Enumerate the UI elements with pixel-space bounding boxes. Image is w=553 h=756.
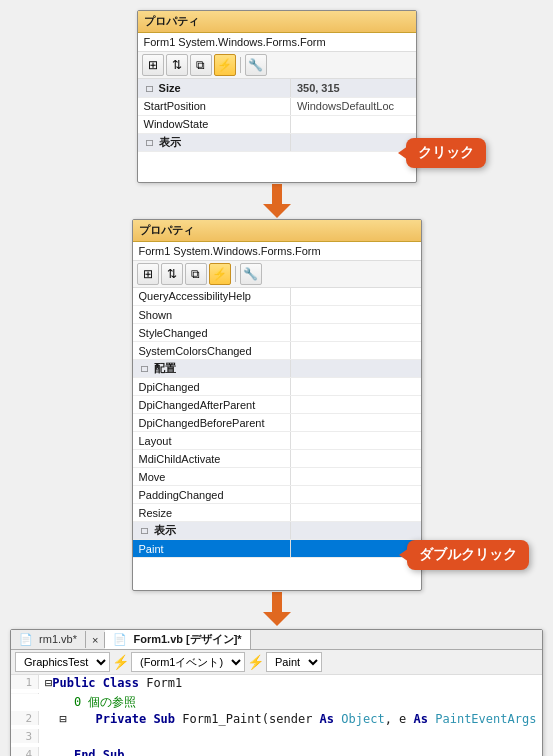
tab-rm1vb[interactable]: 📄 rm1.vb* — [11, 631, 86, 648]
class-dropdown[interactable]: GraphicsTest — [15, 652, 110, 672]
grid-btn-1[interactable]: ⊞ — [142, 54, 164, 76]
prop-resize-label: Resize — [133, 504, 291, 522]
callout-2: ダブルクリック — [407, 540, 529, 570]
lightning-btn-2[interactable]: ⚡ — [209, 263, 231, 285]
copy-icon: ⧉ — [196, 58, 205, 72]
toolbar-sep-2 — [235, 266, 236, 282]
line-num-3: 3 — [11, 729, 39, 743]
code-line-ref: 0 個の参照 — [11, 693, 542, 711]
prop-row-stylechanged: StyleChanged — [133, 324, 421, 342]
wrench-btn-1[interactable]: 🔧 — [245, 54, 267, 76]
prop-stylechanged-value — [291, 324, 421, 342]
panel-title-1: プロパティ — [138, 11, 416, 33]
panel-title-2: プロパティ — [133, 220, 421, 242]
prop-section-layout-label: □ 配置 — [133, 360, 291, 378]
prop-row-systemcolors: SystemColorsChanged — [133, 342, 421, 360]
line-num-ref — [11, 693, 39, 694]
code-line-1: 1 ⊟Public Class Form1 — [11, 675, 542, 693]
prop-paddingchanged-label: PaddingChanged — [133, 486, 291, 504]
lightning-btn-1[interactable]: ⚡ — [214, 54, 236, 76]
grid-icon: ⊞ — [148, 58, 158, 72]
wrench-icon-2: 🔧 — [243, 267, 258, 281]
svg-rect-2 — [272, 592, 282, 612]
properties-panel-2: プロパティ Form1 System.Windows.Forms.Form ⊞ … — [132, 219, 422, 592]
prop-queryaccessibility-value — [291, 288, 421, 306]
prop-section-size: □ Size 350, 315 — [138, 79, 416, 97]
code-panel: 📄 rm1.vb* × 📄 Form1.vb [デザイン]* GraphicsT… — [10, 629, 543, 756]
prop-mdichildactivate-label: MdiChildActivate — [133, 450, 291, 468]
copy-btn-2[interactable]: ⧉ — [185, 263, 207, 285]
panel-toolbar-2: ⊞ ⇅ ⧉ ⚡ 🔧 — [133, 261, 421, 288]
prop-section-display-2: □ 表示 — [133, 522, 421, 540]
prop-row-dpichanged: DpiChanged — [133, 378, 421, 396]
line-num-4: 4 — [11, 747, 39, 756]
form-name-2: Form1 System.Windows.Forms.Form — [133, 242, 421, 261]
prop-dpichangedbefore-value — [291, 414, 421, 432]
arrow-1 — [263, 183, 291, 219]
prop-startposition-value: WindowsDefaultLoc — [290, 97, 415, 115]
prop-row-dpichangedbefore: DpiChangedBeforeParent — [133, 414, 421, 432]
arrow-2 — [263, 591, 291, 627]
prop-row-startposition: StartPosition WindowsDefaultLoc — [138, 97, 416, 115]
code-line-3: 3 — [11, 729, 542, 747]
properties-panel-1: プロパティ Form1 System.Windows.Forms.Form ⊞ … — [137, 10, 417, 183]
wrench-btn-2[interactable]: 🔧 — [240, 263, 262, 285]
prop-dpichanged-label: DpiChanged — [133, 378, 291, 396]
svg-marker-1 — [263, 204, 291, 218]
prop-row-paint[interactable]: Paint — [133, 540, 421, 558]
event-dropdown[interactable]: (Form1イベント) — [131, 652, 245, 672]
prop-table-1: □ Size 350, 315 StartPosition WindowsDef… — [138, 79, 416, 152]
lightning-icon-3: ⚡ — [112, 654, 129, 670]
prop-layout-value — [291, 432, 421, 450]
copy-btn-1[interactable]: ⧉ — [190, 54, 212, 76]
prop-dpichanged-value — [291, 378, 421, 396]
prop-row-queryaccessibility: QueryAccessibilityHelp — [133, 288, 421, 306]
callout-1: クリック — [406, 138, 486, 168]
line-content-3 — [39, 729, 45, 730]
prop-stylechanged-label: StyleChanged — [133, 324, 291, 342]
prop-section-size-value: 350, 315 — [290, 79, 415, 97]
toolbar-sep-1 — [240, 57, 241, 73]
sort-btn-1[interactable]: ⇅ — [166, 54, 188, 76]
prop-mdichildactivate-value — [291, 450, 421, 468]
tab-rm1vb-icon: 📄 — [19, 633, 33, 646]
prop-section-layout-value — [291, 360, 421, 378]
prop-move-label: Move — [133, 468, 291, 486]
prop-row-windowstate: WindowState — [138, 115, 416, 133]
prop-shown-value — [291, 306, 421, 324]
lightning-icon-4: ⚡ — [247, 654, 264, 670]
code-toolbar: GraphicsTest ⚡ (Form1イベント) ⚡ Paint — [11, 650, 542, 675]
prop-section-display-1: □ 表示 — [138, 133, 416, 151]
prop-paddingchanged-value — [291, 486, 421, 504]
prop-row-shown: Shown — [133, 306, 421, 324]
grid-btn-2[interactable]: ⊞ — [137, 263, 159, 285]
prop-resize-value — [291, 504, 421, 522]
sort-icon: ⇅ — [172, 58, 182, 72]
prop-windowstate-value — [290, 115, 415, 133]
prop-section-display-2-value — [291, 522, 421, 540]
prop-layout-label: Layout — [133, 432, 291, 450]
tab-form1design-icon: 📄 — [113, 633, 127, 646]
prop-move-value — [291, 468, 421, 486]
prop-row-layout: Layout — [133, 432, 421, 450]
lightning-icon-2: ⚡ — [212, 267, 227, 281]
prop-row-paddingchanged: PaddingChanged — [133, 486, 421, 504]
code-line-2: 2 ⊟ Private Sub Form1_Paint(sender As Ob… — [11, 711, 542, 729]
prop-section-layout: □ 配置 — [133, 360, 421, 378]
prop-dpichangedbefore-label: DpiChangedBeforeParent — [133, 414, 291, 432]
line-content-ref: 0 個の参照 — [39, 693, 136, 711]
method-dropdown[interactable]: Paint — [266, 652, 322, 672]
prop-section-size-label: □ Size — [138, 79, 291, 97]
prop-table-2: QueryAccessibilityHelp Shown StyleChange… — [133, 288, 421, 559]
tab-rm1vb-label: rm1.vb* — [39, 633, 77, 645]
tab-form1design[interactable]: 📄 Form1.vb [デザイン]* — [105, 630, 250, 649]
line-content-4: End Sub — [39, 747, 124, 756]
wrench-icon-1: 🔧 — [248, 58, 263, 72]
form-name-1: Form1 System.Windows.Forms.Form — [138, 33, 416, 52]
prop-shown-label: Shown — [133, 306, 291, 324]
prop-row-mdichildactivate: MdiChildActivate — [133, 450, 421, 468]
tab-close[interactable]: × — [86, 632, 105, 648]
prop-section-display-1-label: □ 表示 — [138, 133, 291, 151]
svg-marker-3 — [263, 612, 291, 626]
sort-btn-2[interactable]: ⇅ — [161, 263, 183, 285]
